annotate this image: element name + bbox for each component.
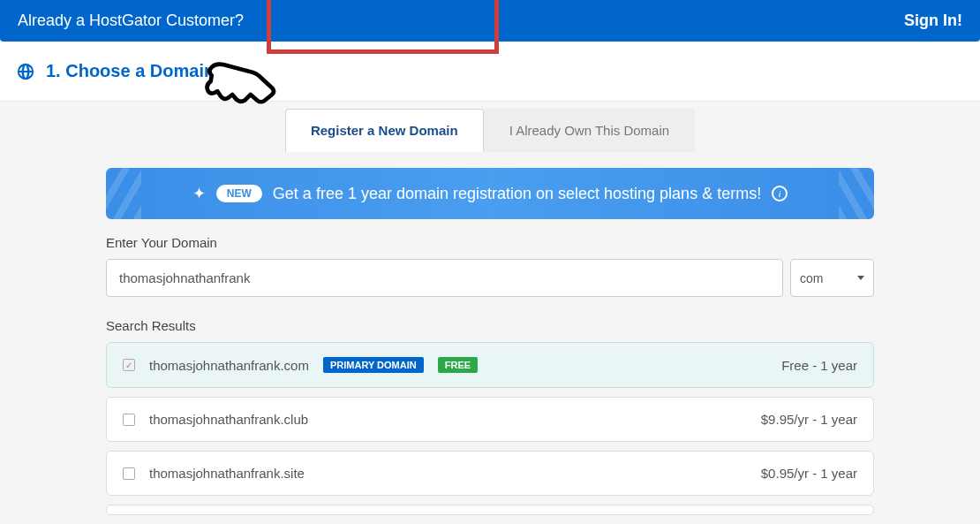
info-icon[interactable]: i [772, 186, 788, 201]
checkbox-icon[interactable] [123, 467, 135, 480]
domain-input[interactable] [106, 259, 783, 297]
content-area: ✦ NEW Get a free 1 year domain registrat… [0, 168, 980, 515]
result-row-primary[interactable]: ✓ thomasjohnathanfrank.com PRIMARY DOMAI… [106, 342, 874, 388]
sign-in-link[interactable]: Sign In! [904, 11, 962, 30]
sparkle-icon: ✦ [192, 184, 206, 203]
promo-text: Get a free 1 year domain registration on… [273, 185, 761, 203]
promo-banner: ✦ NEW Get a free 1 year domain registrat… [106, 168, 874, 219]
new-badge: NEW [216, 185, 262, 202]
step-title: 1. Choose a Domain [46, 61, 215, 81]
result-row[interactable]: thomasjohnathanfrank.club $9.95/yr - 1 y… [106, 397, 874, 442]
header-bar: Already a HostGator Customer? Sign In! [0, 0, 980, 42]
result-price: $0.95/yr - 1 year [761, 466, 857, 481]
pointing-hand-icon [199, 55, 283, 121]
tab-own-domain[interactable]: I Already Own This Domain [484, 109, 695, 152]
result-row[interactable]: thomasjohnathanfrank.site $0.95/yr - 1 y… [106, 451, 874, 496]
checkbox-icon[interactable] [123, 414, 135, 426]
result-domain: thomasjohnathanfrank.site [149, 466, 305, 481]
result-row-partial [106, 505, 874, 515]
globe-icon [16, 62, 35, 81]
result-domain: thomasjohnathanfrank.com [149, 358, 309, 373]
result-price: $9.95/yr - 1 year [761, 412, 857, 427]
tld-value: com [800, 271, 823, 285]
free-badge: FREE [438, 357, 478, 373]
result-price: Free - 1 year [781, 358, 857, 373]
tabs-container: Register a New Domain I Already Own This… [0, 102, 980, 152]
checkbox-icon[interactable]: ✓ [123, 359, 135, 371]
chevron-down-icon [857, 276, 864, 280]
result-domain: thomasjohnathanfrank.club [149, 412, 308, 427]
primary-domain-badge: PRIMARY DOMAIN [323, 357, 424, 373]
customer-question-text: Already a HostGator Customer? [18, 11, 244, 30]
domain-field-label: Enter Your Domain [106, 235, 874, 250]
step-header: 1. Choose a Domain [0, 42, 980, 102]
domain-input-row: com [106, 259, 874, 297]
tld-select[interactable]: com [790, 259, 874, 297]
search-results-label: Search Results [106, 318, 874, 333]
tab-register-domain[interactable]: Register a New Domain [285, 109, 484, 152]
